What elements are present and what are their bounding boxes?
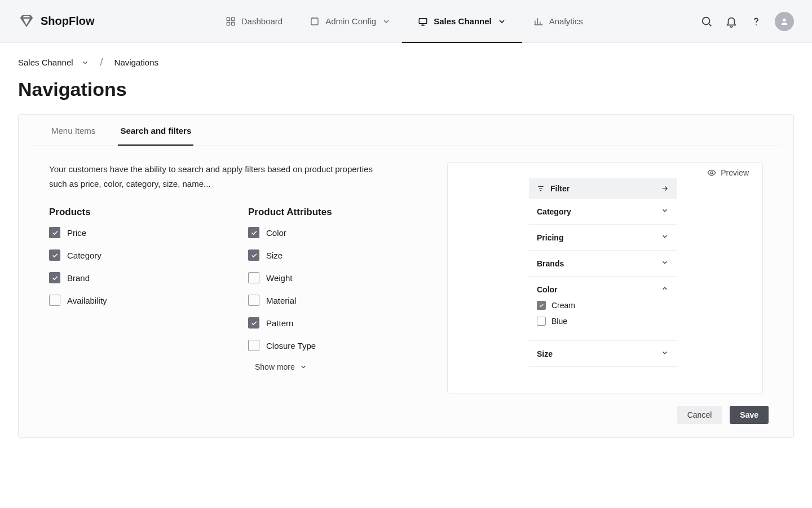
checkbox-icon [248, 272, 259, 283]
preview-section-label: Category [537, 207, 571, 216]
svg-rect-4 [311, 18, 318, 25]
checkbox-icon [49, 272, 60, 283]
preview-label: Preview [461, 168, 749, 177]
admin-config-icon [310, 16, 320, 27]
checkbox-label: Pattern [266, 318, 293, 328]
svg-point-7 [756, 24, 757, 25]
filter-attribute-closure-type[interactable]: Closure Type [248, 340, 425, 351]
nav-item-admin-config[interactable]: Admin Config [310, 0, 391, 43]
preview-label-text: Preview [721, 168, 749, 177]
preview-section-toggle[interactable]: Brands [537, 259, 669, 268]
checkbox-icon [248, 227, 259, 238]
filter-product-price[interactable]: Price [49, 227, 226, 238]
checkbox-icon [248, 317, 259, 329]
checkbox-icon [248, 295, 259, 306]
breadcrumb-root[interactable]: Sales Channel [18, 58, 89, 67]
preview-option-blue[interactable]: Blue [537, 317, 669, 326]
top-nav: ShopFlow Dashboard Admin Config Sales Ch… [0, 0, 812, 43]
checkbox-icon [49, 295, 60, 306]
nav-item-dashboard[interactable]: Dashboard [226, 0, 283, 43]
tab-body: Your customers have the ability to searc… [19, 146, 793, 393]
checkbox-label: Price [67, 228, 86, 238]
analytics-icon [533, 16, 544, 27]
preview-section-toggle[interactable]: Size [537, 349, 669, 358]
checkbox-icon [537, 317, 546, 326]
breadcrumb-current: Navigations [114, 58, 158, 67]
preview-filter-heading[interactable]: Filter [529, 178, 677, 199]
nav-item-label: Dashboard [241, 16, 283, 26]
checkbox-label: Weight [266, 273, 292, 283]
tabs: Menu Items Search and filters [31, 115, 781, 146]
preview-section-label: Brands [537, 259, 564, 268]
chevron-down-icon [81, 59, 89, 67]
panel-description: Your customers have the ability to searc… [49, 162, 387, 191]
preview-filter-heading-label: Filter [550, 184, 570, 193]
filter-product-brand[interactable]: Brand [49, 272, 226, 283]
chevron-down-icon [382, 17, 391, 26]
page-wrap: Sales Channel / Navigations Navigations … [0, 43, 812, 461]
preview-section-color: ColorCreamBlue [529, 277, 677, 341]
sales-channel-icon [418, 16, 428, 27]
brand-name: ShopFlow [41, 15, 95, 28]
attributes-column: Product Attributes ColorSizeWeightMateri… [248, 207, 425, 371]
nav-item-analytics[interactable]: Analytics [533, 0, 583, 43]
preview-section-toggle[interactable]: Pricing [537, 233, 669, 242]
attributes-heading: Product Attributes [248, 207, 425, 218]
nav-right [700, 12, 794, 31]
avatar[interactable] [775, 12, 794, 31]
preview-section-label: Pricing [537, 233, 563, 242]
filter-attribute-weight[interactable]: Weight [248, 272, 425, 283]
svg-rect-2 [227, 22, 230, 25]
preview-box: Preview Filter CategoryPricingBrandsColo… [447, 162, 763, 393]
chevron-down-icon [661, 349, 669, 358]
chevron-up-icon [661, 284, 669, 294]
nav-item-label: Admin Config [325, 16, 376, 26]
filter-icon [537, 185, 545, 192]
filter-product-category[interactable]: Category [49, 249, 226, 261]
tab-search-and-filters[interactable]: Search and filters [118, 115, 193, 146]
preview-option-label: Cream [551, 301, 575, 310]
checkbox-icon [49, 227, 60, 238]
cancel-button[interactable]: Cancel [677, 406, 722, 424]
checkbox-label: Availability [67, 296, 107, 305]
filter-attribute-material[interactable]: Material [248, 295, 425, 306]
chevron-down-icon [299, 363, 307, 371]
filter-product-availability[interactable]: Availability [49, 295, 226, 306]
preview-section-toggle[interactable]: Color [537, 284, 669, 294]
filter-attribute-pattern[interactable]: Pattern [248, 317, 425, 329]
preview-inner: Filter CategoryPricingBrandsColorCreamBl… [529, 178, 677, 367]
preview-section-toggle[interactable]: Category [537, 207, 669, 216]
nav-item-label: Analytics [549, 16, 583, 26]
chevron-down-icon [497, 17, 506, 26]
search-icon[interactable] [700, 15, 713, 28]
nav-item-sales-channel[interactable]: Sales Channel [418, 0, 506, 43]
nav-center: Dashboard Admin Config Sales Channel [108, 0, 700, 43]
dashboard-icon [226, 16, 236, 27]
left-column: Your customers have the ability to searc… [49, 162, 425, 393]
svg-point-6 [703, 17, 710, 24]
arrow-right-icon [661, 185, 669, 192]
filter-attribute-color[interactable]: Color [248, 227, 425, 238]
preview-section-label: Color [537, 285, 558, 294]
checkbox-icon [248, 249, 259, 261]
eye-icon [707, 168, 716, 177]
brand[interactable]: ShopFlow [18, 13, 95, 30]
show-more-button[interactable]: Show more [255, 362, 425, 371]
panel-actions: Cancel Save [19, 393, 793, 424]
preview-section-label: Size [537, 349, 553, 358]
checkbox-label: Color [266, 228, 286, 238]
svg-rect-0 [227, 17, 230, 20]
help-icon[interactable] [750, 15, 762, 28]
nav-item-label: Sales Channel [434, 16, 492, 26]
save-button[interactable]: Save [730, 406, 769, 424]
brand-logo-icon [18, 13, 35, 30]
preview-section-body: CreamBlue [537, 301, 669, 326]
preview-option-cream[interactable]: Cream [537, 301, 669, 310]
filter-attribute-size[interactable]: Size [248, 249, 425, 261]
show-more-label: Show more [255, 362, 295, 371]
chevron-down-icon [661, 207, 669, 216]
bell-icon[interactable] [725, 15, 738, 28]
tab-menu-items[interactable]: Menu Items [49, 115, 98, 146]
settings-panel: Menu Items Search and filters Your custo… [18, 114, 794, 438]
svg-point-8 [783, 18, 785, 21]
